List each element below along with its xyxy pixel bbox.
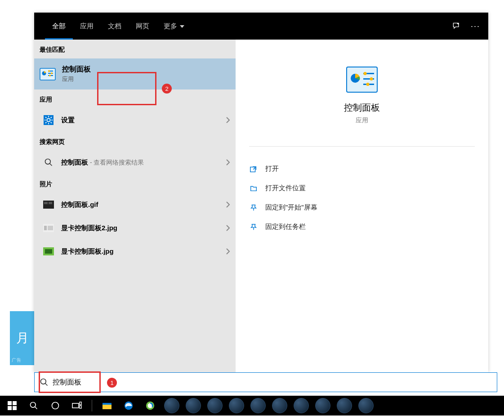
svg-point-43	[31, 402, 36, 408]
search-bar[interactable]	[34, 372, 497, 392]
svg-point-7	[49, 75, 51, 76]
chevron-right-icon	[226, 248, 230, 255]
tab-docs[interactable]: 文档	[101, 13, 129, 40]
svg-point-18	[45, 159, 51, 165]
action-open[interactable]: 打开	[245, 159, 479, 179]
section-photos: 照片	[34, 174, 236, 193]
svg-point-45	[52, 402, 59, 409]
svg-point-6	[51, 72, 53, 74]
taskbar-app-icon[interactable]	[292, 397, 311, 414]
svg-rect-39	[8, 401, 12, 405]
search-tabs: 全部 应用 文档 网页 更多 ···	[34, 13, 488, 40]
taskbar-app-icon[interactable]	[335, 397, 354, 414]
svg-rect-40	[13, 401, 17, 405]
open-icon	[249, 165, 258, 173]
pin-icon	[249, 223, 258, 231]
svg-rect-41	[8, 406, 12, 410]
start-button[interactable]	[3, 397, 22, 414]
best-match-item[interactable]: 控制面板 应用	[34, 58, 236, 89]
detail-subtitle: 应用	[356, 116, 368, 125]
section-apps: 应用	[34, 89, 236, 108]
search-input[interactable]	[53, 373, 492, 392]
svg-rect-46	[72, 403, 79, 408]
task-view-icon[interactable]	[67, 397, 86, 414]
taskbar-app-icon[interactable]	[227, 397, 246, 414]
chevron-right-icon	[226, 159, 230, 165]
control-panel-icon	[40, 68, 56, 80]
control-panel-large-icon	[346, 67, 378, 93]
detail-pane: 控制面板 应用 打开 打开文件位置	[236, 40, 488, 372]
svg-rect-25	[48, 226, 53, 230]
svg-point-5	[48, 70, 50, 72]
feedback-icon[interactable]	[452, 22, 461, 31]
svg-rect-47	[80, 402, 81, 405]
results-list: 最佳匹配 控制面板 应用 应用 设置	[34, 40, 236, 372]
best-match-subtitle: 应用	[62, 75, 91, 83]
taskbar-app-icon[interactable]	[313, 397, 332, 414]
result-photo-3[interactable]: 显卡控制面板.jpg	[34, 240, 236, 263]
chevron-right-icon	[226, 225, 230, 231]
result-web-search[interactable]: 控制面板 - 查看网络搜索结果	[34, 151, 236, 174]
svg-rect-50	[103, 403, 112, 405]
svg-rect-27	[45, 249, 52, 254]
svg-rect-22	[49, 202, 52, 204]
tab-all[interactable]: 全部	[45, 13, 73, 40]
svg-point-34	[370, 77, 373, 80]
svg-rect-48	[80, 406, 81, 408]
taskbar-separator	[92, 400, 92, 411]
gear-icon	[42, 114, 55, 126]
svg-rect-42	[13, 406, 17, 410]
image-thumb-icon	[42, 198, 55, 211]
search-icon	[42, 156, 55, 169]
detail-title: 控制面板	[344, 102, 380, 114]
result-photo-2[interactable]: 显卡控制面板2.jpg	[34, 216, 236, 240]
taskbar-app-icon[interactable]	[270, 397, 289, 414]
more-menu-icon[interactable]: ···	[471, 22, 480, 31]
cortana-icon[interactable]	[46, 397, 65, 414]
pin-icon	[249, 204, 258, 212]
section-best-match: 最佳匹配	[34, 40, 236, 58]
ad-placeholder: 月	[10, 311, 35, 365]
taskbar-app-icon[interactable]	[357, 397, 375, 414]
tab-apps[interactable]: 应用	[73, 13, 101, 40]
chevron-right-icon	[226, 117, 230, 123]
action-pin-start[interactable]: 固定到"开始"屏幕	[245, 198, 479, 217]
result-photo-1[interactable]: 控制面板.gif	[34, 193, 236, 216]
image-thumb-icon	[42, 222, 55, 234]
svg-point-37	[41, 379, 46, 384]
svg-line-38	[45, 384, 48, 386]
taskbar-app-icon[interactable]	[205, 397, 224, 414]
folder-icon	[249, 184, 258, 192]
separator	[249, 146, 475, 147]
svg-line-44	[35, 407, 37, 409]
taskbar-search-icon[interactable]	[24, 397, 43, 414]
taskbar-app-icon[interactable]	[184, 397, 203, 414]
svg-rect-21	[44, 202, 48, 204]
search-icon	[39, 377, 49, 387]
result-settings[interactable]: 设置	[34, 108, 236, 132]
svg-point-35	[366, 83, 370, 86]
taskbar-file-explorer-icon[interactable]	[98, 397, 116, 414]
image-thumb-icon	[42, 245, 55, 258]
taskbar	[0, 396, 504, 416]
svg-line-19	[50, 164, 52, 166]
action-pin-taskbar[interactable]: 固定到任务栏	[245, 217, 479, 237]
section-search-web: 搜索网页	[34, 132, 236, 151]
search-panel: 全部 应用 文档 网页 更多 ··· 最佳匹配 控制面板	[34, 13, 488, 372]
svg-rect-20	[43, 201, 54, 209]
taskbar-edge-icon[interactable]	[119, 397, 138, 414]
svg-rect-24	[44, 226, 47, 230]
taskbar-app-icon[interactable]	[162, 397, 181, 414]
svg-point-33	[364, 72, 367, 75]
taskbar-browser-icon[interactable]	[141, 397, 160, 414]
action-open-file-location[interactable]: 打开文件位置	[245, 179, 479, 198]
taskbar-app-icon[interactable]	[249, 397, 268, 414]
best-match-title: 控制面板	[62, 65, 91, 74]
chevron-right-icon	[226, 201, 230, 208]
tab-more[interactable]: 更多	[156, 13, 192, 40]
tab-web[interactable]: 网页	[129, 13, 156, 40]
